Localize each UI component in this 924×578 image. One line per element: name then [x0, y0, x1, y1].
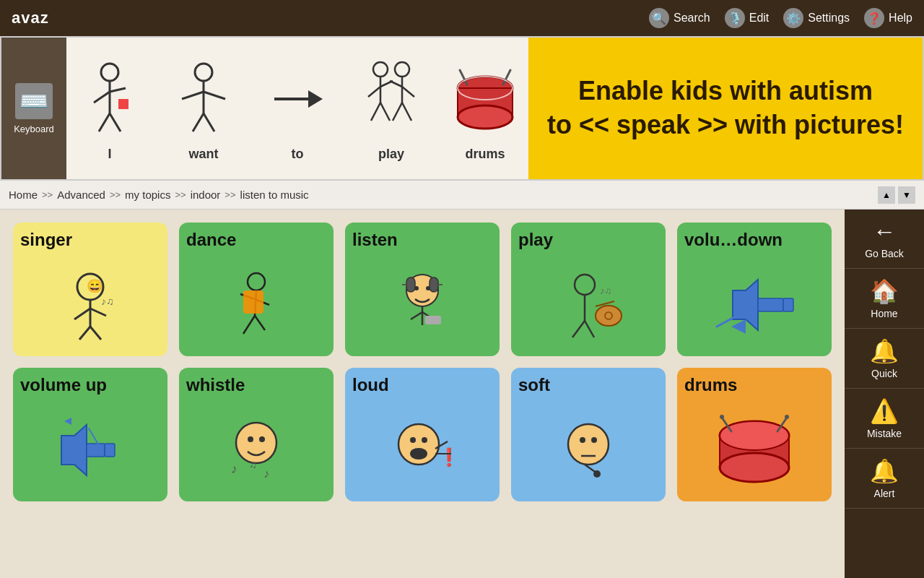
svg-line-17 [368, 87, 380, 97]
sidebar-label-2: Quick [871, 368, 897, 379]
sidebar-icon-3: ⚠️ [870, 397, 899, 425]
edit-icon: 🎙️ [725, 8, 745, 28]
keyboard-label: Keyboard [14, 124, 54, 134]
svg-text:♪: ♪ [231, 462, 237, 476]
svg-line-63 [572, 321, 585, 337]
keyboard-icon: ⌨️ [15, 83, 53, 119]
help-label: Help [889, 12, 912, 25]
card-singer[interactable]: singer 😄 ♪♫ [13, 223, 167, 356]
card-volu…down[interactable]: volu…down [677, 223, 832, 356]
svg-point-99 [593, 470, 601, 478]
word-image-1 [167, 56, 240, 142]
card-label: listen [352, 230, 398, 250]
breadcrumb-separator: >> [110, 189, 121, 200]
card-label: soft [518, 375, 550, 395]
sidebar-item-alert[interactable]: 🔔 Alert [845, 449, 924, 509]
card-image [352, 253, 492, 356]
svg-point-102 [720, 453, 789, 482]
promo-banner: Enable kids with autism to << speak >> w… [528, 38, 923, 179]
sidebar-item-go-back[interactable]: ← Go Back [845, 210, 924, 269]
word-label-0: I [108, 147, 111, 162]
scroll-arrows: ▲ ▼ [878, 186, 915, 204]
card-whistle[interactable]: whistle ♪ ♫ ♪ [179, 368, 334, 501]
keyboard-button[interactable]: ⌨️ Keyboard [1, 38, 66, 179]
search-button[interactable]: 🔍 Search [649, 8, 710, 28]
scroll-up-button[interactable]: ▲ [878, 186, 895, 204]
breadcrumb-item-1[interactable]: Advanced [57, 189, 105, 201]
svg-text:❗: ❗ [438, 447, 460, 467]
svg-marker-14 [308, 90, 323, 108]
svg-marker-78 [64, 418, 71, 425]
card-label: volu…down [684, 230, 783, 250]
svg-marker-79 [64, 475, 71, 483]
svg-text:♪♫: ♪♫ [101, 296, 114, 307]
svg-marker-73 [731, 319, 746, 334]
breadcrumb-item-3[interactable]: indoor [191, 189, 221, 201]
grid-row-0: singer 😄 ♪♫ dance listen [13, 223, 832, 356]
search-icon: 🔍 [649, 8, 669, 28]
svg-line-26 [402, 103, 411, 121]
header-actions: 🔍 Search 🎙️ Edit ⚙️ Settings ❓ Help [649, 8, 912, 28]
svg-point-43 [248, 273, 265, 290]
card-listen[interactable]: listen [345, 223, 500, 356]
card-image: ♪♫ [518, 253, 658, 356]
svg-point-83 [259, 436, 265, 442]
scroll-down-button[interactable]: ▼ [898, 186, 915, 204]
svg-point-81 [236, 423, 276, 463]
svg-rect-49 [243, 290, 263, 314]
sidebar-item-home[interactable]: 🏠 Home [845, 269, 924, 329]
svg-line-3 [110, 88, 126, 92]
svg-line-47 [243, 316, 255, 334]
card-dance[interactable]: dance [179, 223, 334, 356]
help-button[interactable]: ❓ Help [864, 8, 912, 28]
card-label: drums [684, 375, 737, 395]
sentence-word-4[interactable]: drums [449, 56, 521, 162]
sidebar-icon-1: 🏠 [870, 277, 899, 305]
card-play[interactable]: play ♪♫ [511, 223, 666, 356]
word-label-4: drums [465, 147, 505, 162]
svg-line-12 [204, 113, 214, 131]
svg-rect-6 [118, 99, 128, 109]
promo-text: Enable kids with autism to << speak >> w… [547, 74, 904, 142]
svg-line-11 [193, 113, 204, 131]
grid-area: singer 😄 ♪♫ dance listen [0, 210, 845, 578]
sentence-word-2[interactable]: to [261, 56, 334, 162]
sentence-word-1[interactable]: want [167, 56, 240, 162]
card-drums[interactable]: drums [677, 368, 832, 501]
svg-point-65 [596, 306, 622, 326]
word-image-3 [355, 56, 427, 142]
app-title: avaz [12, 9, 49, 27]
sidebar-item-quick[interactable]: 🔔 Quick [845, 329, 924, 389]
card-volume-up[interactable]: volume up ↑ [13, 368, 167, 501]
breadcrumb: Home>>Advanced>>my topics>>indoor>>liste… [9, 189, 309, 201]
header: avaz 🔍 Search 🎙️ Edit ⚙️ Settings ❓ Help [0, 0, 924, 36]
svg-text:♪: ♪ [263, 467, 269, 480]
settings-button[interactable]: ⚙️ Settings [783, 8, 850, 28]
svg-point-15 [373, 62, 388, 77]
card-label: volume up [20, 375, 107, 395]
breadcrumb-item-0[interactable]: Home [9, 189, 38, 201]
svg-point-82 [248, 436, 253, 442]
sidebar-item-mistake[interactable]: ⚠️ Mistake [845, 389, 924, 449]
sentence-word-0[interactable]: I [74, 56, 146, 162]
search-label: Search [674, 12, 710, 25]
edit-button[interactable]: 🎙️ Edit [725, 8, 770, 28]
svg-line-25 [393, 103, 402, 121]
svg-line-9 [182, 92, 204, 99]
card-image [186, 253, 326, 356]
svg-point-29 [458, 105, 513, 129]
breadcrumb-item-2[interactable]: my topics [125, 189, 170, 201]
breadcrumb-separator: >> [42, 189, 53, 200]
word-image-4 [449, 56, 521, 142]
card-soft[interactable]: soft [511, 368, 666, 501]
svg-point-7 [195, 64, 212, 81]
sidebar-icon-0: ← [873, 218, 896, 245]
sentence-words: I want to play drums [66, 38, 528, 179]
settings-icon: ⚙️ [783, 8, 803, 28]
edit-label: Edit [749, 12, 770, 25]
svg-rect-60 [425, 316, 441, 324]
svg-rect-76 [105, 444, 115, 457]
breadcrumb-item-4[interactable]: listen to music [240, 189, 309, 201]
sentence-word-3[interactable]: play [355, 56, 427, 162]
card-loud[interactable]: loud ❗ [345, 368, 500, 501]
